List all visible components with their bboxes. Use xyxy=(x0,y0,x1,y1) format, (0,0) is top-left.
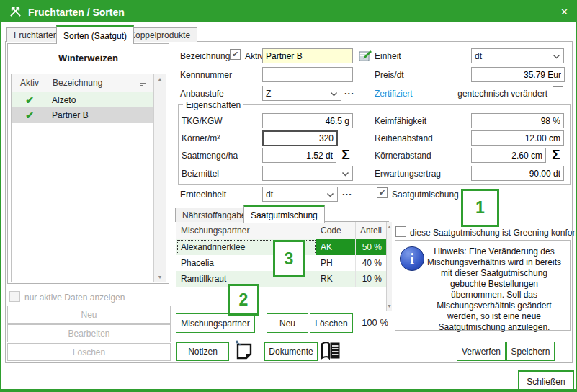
sort-icon[interactable] xyxy=(140,79,149,86)
tab-label: Saatgutmischung xyxy=(251,210,318,220)
einheit-select[interactable]: dt xyxy=(471,48,564,63)
variety-name: Partner B xyxy=(48,107,153,122)
info-icon: i xyxy=(400,246,424,271)
anbaustufe-label: Anbaustufe xyxy=(180,89,224,99)
anbaustufe-select[interactable]: Z xyxy=(262,86,341,101)
window-title: Fruchtarten / Sorten xyxy=(28,6,125,18)
speichern-button[interactable]: Speichern xyxy=(506,342,555,361)
reihenabstand-input[interactable] xyxy=(471,130,564,146)
new-partner-button[interactable]: Neu xyxy=(267,313,308,333)
aktiv-checkbox[interactable]: ✔ xyxy=(230,49,241,60)
partner-anteil: 50 % xyxy=(356,239,386,255)
greening-checkbox[interactable] xyxy=(395,226,406,237)
schliessen-button[interactable]: Schließen xyxy=(518,370,574,392)
reihenabstand-label: Reihenabstand xyxy=(375,133,433,143)
beizmittel-select[interactable] xyxy=(262,166,353,181)
erwartungsertrag-input[interactable] xyxy=(471,166,564,181)
close-icon[interactable]: ✕ xyxy=(560,6,568,17)
hint-box: i Hinweis: Eine Veränderung des Mischung… xyxy=(395,240,571,331)
tab-label: Sorten (Saatgut) xyxy=(63,31,127,41)
bezeichnung-label: Bezeichnung xyxy=(180,51,230,61)
saatgutmischung-label: Saatgutmischung xyxy=(392,190,459,200)
tkg-label: TKG/KGW xyxy=(182,116,223,126)
variety-table-header: Aktiv Bezeichnung xyxy=(12,74,153,92)
partner-anteil: 10 % xyxy=(356,271,386,287)
edit-variety-button[interactable]: Bearbeiten xyxy=(7,324,171,342)
chevron-down-icon xyxy=(553,51,560,61)
zertifiziert-link[interactable]: Zertifiziert xyxy=(375,89,413,99)
show-active-only-checkbox[interactable] xyxy=(9,291,20,302)
gentech-checkbox[interactable] xyxy=(553,86,563,97)
tab-label: Nährstoffangaben xyxy=(182,210,251,220)
table-row-selected[interactable]: ✔ Partner B xyxy=(12,107,153,122)
keimfaehigkeit-input[interactable] xyxy=(471,113,564,128)
saatmenge-input[interactable] xyxy=(262,148,336,163)
scroll-up-icon[interactable]: ▲ xyxy=(158,76,163,81)
check-icon: ✔ xyxy=(379,189,385,197)
anbaustufe-more-button[interactable]: ... xyxy=(344,86,354,97)
tab-sorten-saatgut[interactable]: Sorten (Saatgut) xyxy=(56,25,134,44)
ernteeinheit-more-button[interactable]: ... xyxy=(342,187,352,197)
column-header-aktiv[interactable]: Aktiv xyxy=(12,74,48,92)
mischungspartner-button[interactable]: Mischungspartner xyxy=(176,313,255,333)
preis-input[interactable] xyxy=(471,67,565,82)
crop-name-header: Winterweizen xyxy=(8,53,169,63)
active-check-icon: ✔ xyxy=(25,94,34,106)
column-header-mischungspartner[interactable]: Mischungspartner xyxy=(176,222,316,239)
book-icon[interactable] xyxy=(319,339,342,361)
chevron-down-icon xyxy=(330,89,338,99)
ernteeinheit-value: dt xyxy=(266,190,326,200)
scroll-down-icon[interactable]: ▼ xyxy=(387,303,392,308)
erwartungsertrag-label: Erwartungsertrag xyxy=(375,169,441,179)
scroll-up-icon[interactable]: ▲ xyxy=(387,224,392,229)
chevron-down-icon xyxy=(326,190,334,200)
eigenschaften-legend: Eigenschaften xyxy=(183,100,243,110)
delete-partner-button[interactable]: Löschen xyxy=(310,313,353,333)
tab-saatgutmischung[interactable]: Saatgutmischung xyxy=(243,205,325,223)
tkg-input[interactable] xyxy=(262,113,353,128)
ernteeinheit-select[interactable]: dt xyxy=(262,187,338,202)
callout-3: 3 xyxy=(273,240,305,277)
variety-name: Alzeto xyxy=(48,92,153,107)
note-icon[interactable] xyxy=(233,338,254,361)
mixture-table-scrollbar[interactable]: ▲ ▼ xyxy=(386,222,392,311)
mixture-table-header: Mischungspartner Code Anteil xyxy=(176,222,386,239)
partner-code: RK xyxy=(316,271,356,287)
new-variety-button[interactable]: Neu xyxy=(7,306,171,324)
koerner-input[interactable] xyxy=(262,130,338,146)
koerner-label: Körner/m² xyxy=(182,133,220,143)
chevron-down-icon xyxy=(341,169,349,179)
tab-label: Fruchtarten xyxy=(14,30,58,40)
saatgutmischung-checkbox[interactable]: ✔ xyxy=(377,187,388,198)
bezeichnung-input[interactable] xyxy=(262,48,353,63)
title-bar: Fruchtarten / Sorten ✕ xyxy=(1,1,576,22)
aktiv-label: Aktiv xyxy=(245,51,264,61)
column-header-bezeichnung[interactable]: Bezeichnung xyxy=(48,74,153,92)
table-row[interactable]: ✔ Alzeto xyxy=(12,92,153,107)
partner-anteil: 40 % xyxy=(356,255,386,271)
verwerfen-button[interactable]: Verwerfen xyxy=(457,342,506,361)
notizen-button[interactable]: Notizen xyxy=(176,342,229,361)
einheit-value: dt xyxy=(475,51,553,61)
einheit-label: Einheit xyxy=(375,51,401,61)
kennnummer-input[interactable] xyxy=(262,67,353,82)
koernerabstand-sum-button[interactable]: Σ xyxy=(548,146,564,164)
scroll-down-icon[interactable]: ▼ xyxy=(158,275,163,280)
saatmenge-sum-button[interactable]: Σ xyxy=(338,146,354,164)
show-active-only-label: nur aktive Daten anzeigen xyxy=(24,293,125,303)
delete-variety-button[interactable]: Löschen xyxy=(7,343,171,361)
preis-label: Preis/dt xyxy=(375,70,404,80)
active-check-icon: ✔ xyxy=(25,110,34,121)
app-icon xyxy=(9,6,22,18)
beizmittel-label: Beizmittel xyxy=(182,169,219,179)
variety-table: Aktiv Bezeichnung ✔ Alzeto ✔ Partner B ▲ xyxy=(11,74,166,282)
variety-table-scrollbar[interactable]: ▲ ▼ xyxy=(153,74,166,282)
greening-label: diese Saatgutmischung ist Greening konfo… xyxy=(410,228,577,238)
ernteeinheit-label: Ernteeinheit xyxy=(180,190,226,200)
edit-list-icon[interactable] xyxy=(358,49,372,62)
hint-text: Hinweis: Eine Veränderung des Mischungsv… xyxy=(423,246,565,333)
dokumente-button[interactable]: Dokumente xyxy=(264,342,318,361)
koernerabstand-input[interactable] xyxy=(471,148,546,163)
column-header-anteil[interactable]: Anteil xyxy=(356,222,386,239)
column-header-code[interactable]: Code xyxy=(316,222,356,239)
